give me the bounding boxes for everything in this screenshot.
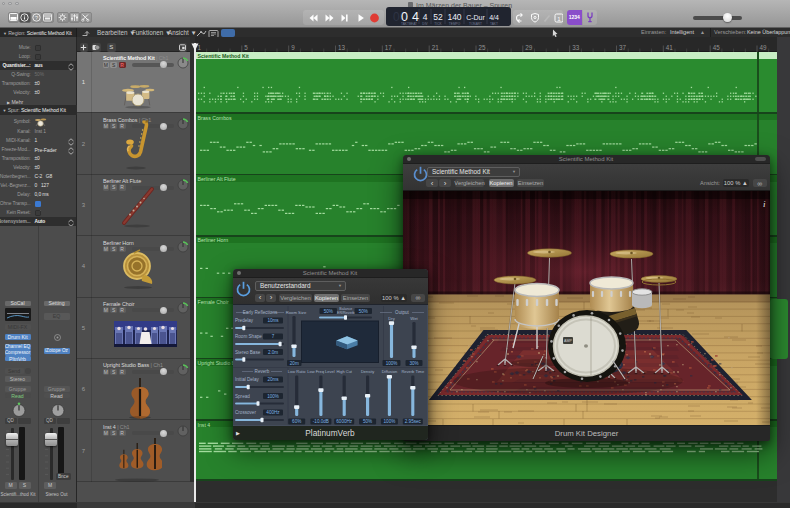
svg-text:4/4: 4/4 [489,14,499,21]
svg-text:Room Size: Room Size [286,310,307,315]
svg-text:?: ? [35,14,38,20]
svg-text:2.0m: 2.0m [268,350,278,355]
svg-text:20m: 20m [290,361,299,366]
svg-text:400Hz: 400Hz [266,410,280,415]
svg-text:Dry: Dry [388,316,395,321]
svg-text:BEAT: BEAT [409,22,417,26]
svg-text:Initial Delay: Initial Delay [235,377,259,382]
svg-text:Reverb: Reverb [255,369,270,374]
svg-text:TICK: TICK [434,22,442,26]
svg-text:4: 4 [423,12,428,22]
svg-text:50%: 50% [324,309,333,314]
svg-text:Crossover: Crossover [235,410,256,415]
svg-text:50%: 50% [363,419,372,424]
svg-text:C-Dur: C-Dur [466,14,485,21]
svg-text:2.95sec: 2.95sec [405,419,422,424]
svg-text:60%: 60% [292,419,301,424]
svg-text:Room Shape: Room Shape [235,334,262,339]
svg-text:52: 52 [433,12,443,22]
svg-text:Low Ratio: Low Ratio [288,369,307,374]
svg-text:High Cut: High Cut [336,369,352,374]
svg-text:TEMPO: TEMPO [449,22,461,26]
svg-text:Output: Output [395,310,410,315]
svg-text:Low Freq Level: Low Freq Level [307,369,334,374]
svg-text:140: 140 [447,12,461,22]
svg-text:30%: 30% [409,361,418,366]
svg-text:AMP: AMP [564,339,572,343]
svg-text:Spread: Spread [235,394,250,399]
svg-text:100%: 100% [267,394,279,399]
svg-text:Early Reflections: Early Reflections [243,310,278,315]
svg-text:100%: 100% [384,419,396,424]
svg-text:Wet: Wet [410,316,418,321]
svg-text:TAKT: TAKT [490,22,498,26]
svg-text:ER/Reverb: ER/Reverb [337,311,355,315]
svg-text:20ms: 20ms [267,377,279,382]
svg-text:TAKT: TAKT [401,22,409,26]
svg-text:Predelay: Predelay [235,318,254,323]
svg-text:-10.0dB: -10.0dB [313,419,329,424]
svg-text:7: 7 [272,334,275,339]
svg-text:DIV: DIV [422,22,428,26]
svg-text:Reverb Time: Reverb Time [401,369,424,374]
svg-text:1: 1 [557,15,561,21]
svg-text:Diffusion: Diffusion [382,369,398,374]
svg-text:Stereo Base: Stereo Base [235,350,261,355]
svg-text:TONART: TONART [469,22,482,26]
svg-text:100%: 100% [386,361,398,366]
svg-text:Density: Density [361,369,374,374]
svg-text:6000Hz: 6000Hz [336,419,353,424]
svg-text:50%: 50% [359,309,368,314]
svg-text:10ms: 10ms [267,318,279,323]
